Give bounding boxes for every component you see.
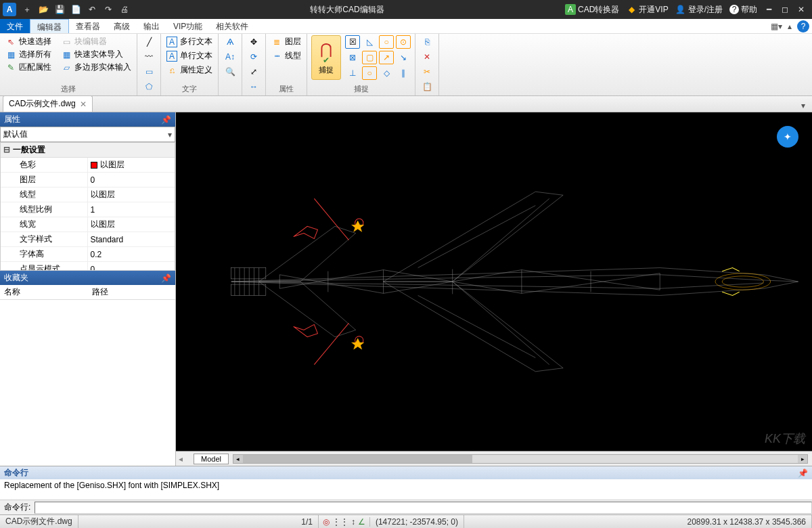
property-row[interactable]: 线型比例1 xyxy=(1,202,175,217)
property-value[interactable]: 以图层 xyxy=(88,158,175,172)
close-tab-icon[interactable]: ✕ xyxy=(80,100,87,109)
property-value[interactable]: 0 xyxy=(88,173,175,187)
edit-copy-icon[interactable]: ⎘ xyxy=(420,35,434,49)
command-input[interactable] xyxy=(35,502,812,514)
document-tab[interactable]: CAD示例文件.dwg ✕ xyxy=(3,95,93,112)
print-icon[interactable]: 🖨 xyxy=(117,2,132,17)
property-value[interactable]: Standard xyxy=(88,232,175,246)
move-icon[interactable]: ✥ xyxy=(246,35,261,49)
text-height-icon[interactable]: A↕ xyxy=(223,50,238,64)
redo-icon[interactable]: ↷ xyxy=(101,2,116,17)
scroll-right-icon[interactable]: ▸ xyxy=(798,455,807,463)
ortho-toggle-icon[interactable]: ↕ xyxy=(351,517,355,527)
snap-insertion-icon[interactable]: ↘ xyxy=(396,51,411,64)
save-icon[interactable]: 💾 xyxy=(52,2,67,17)
tab-vip[interactable]: VIP功能 xyxy=(166,19,209,33)
snap-midpoint-icon[interactable]: ◺ xyxy=(362,35,377,49)
snap-toggle-icon[interactable]: ◎ xyxy=(323,517,330,527)
property-row[interactable]: 图层0 xyxy=(1,173,175,188)
block-editor-button[interactable]: ▭块编辑器 xyxy=(60,35,133,48)
scroll-thumb[interactable] xyxy=(243,455,472,463)
collapse-ribbon-icon[interactable]: ▴ xyxy=(784,20,796,32)
workspace-switch-icon[interactable]: ▦▾ xyxy=(770,20,782,32)
tab-output[interactable]: 输出 xyxy=(137,19,166,33)
multiline-text-button[interactable]: A多行文本 xyxy=(165,35,214,48)
text-find-icon[interactable]: 🔍 xyxy=(223,65,238,79)
polyline-icon[interactable]: 〰 xyxy=(141,50,156,64)
tabs-dropdown-icon[interactable]: ▾ xyxy=(797,100,809,112)
compass-icon[interactable]: ✦ xyxy=(777,126,798,148)
snap-center-icon[interactable]: ○ xyxy=(379,35,394,49)
help-icon[interactable]: ? xyxy=(797,20,809,32)
scale-icon[interactable]: ⤢ xyxy=(246,65,261,79)
snap-nearest-icon[interactable]: ◇ xyxy=(379,66,394,80)
close-window-icon[interactable]: ✕ xyxy=(794,2,809,17)
login-button[interactable]: 👤登录/注册 xyxy=(675,4,723,16)
grid-toggle-icon[interactable]: ⋮⋮ xyxy=(332,517,348,527)
horizontal-scrollbar[interactable]: ◂ ▸ xyxy=(233,454,808,464)
property-value[interactable]: 以图层 xyxy=(88,217,175,232)
property-value[interactable]: 0.2 xyxy=(88,247,175,261)
scroll-left-icon[interactable]: ◂ xyxy=(233,455,243,463)
attr-def-button[interactable]: ⎌属性定义 xyxy=(165,64,214,76)
property-row[interactable]: 线型以图层 xyxy=(1,188,175,202)
property-value[interactable]: 以图层 xyxy=(88,188,175,202)
linetype-button[interactable]: ┉线型 xyxy=(270,49,302,62)
open-file-icon[interactable]: 📂 xyxy=(36,2,51,17)
undo-icon[interactable]: ↶ xyxy=(85,2,99,17)
tab-editor[interactable]: 编辑器 xyxy=(30,19,69,33)
snap-perpendicular-icon[interactable]: ⊥ xyxy=(345,66,360,80)
singleline-text-button[interactable]: A单行文本 xyxy=(165,49,214,62)
model-tab[interactable]: Model xyxy=(194,454,229,464)
stretch-icon[interactable]: ↔ xyxy=(246,80,261,93)
entity-import-button[interactable]: ▦快速实体导入 xyxy=(60,48,133,61)
edit-paste-icon[interactable]: 📋 xyxy=(420,80,434,93)
property-row[interactable]: 字体高0.2 xyxy=(1,247,175,262)
vip-button[interactable]: ◆开通VIP xyxy=(626,4,668,16)
tab-file[interactable]: 文件 xyxy=(0,19,30,33)
maximize-icon[interactable]: ◻ xyxy=(777,2,792,17)
tab-scroll-left-icon[interactable]: ◂ xyxy=(179,454,183,464)
quick-select-button[interactable]: ⇖快速选择 xyxy=(4,35,53,48)
edit-cut-icon[interactable]: ✂ xyxy=(420,65,434,79)
snap-tangent-icon[interactable]: ○ xyxy=(362,66,377,80)
snap-parallel-icon[interactable]: ∥ xyxy=(396,66,411,80)
snap-intersection-icon[interactable]: ▢ xyxy=(362,51,377,64)
select-all-button[interactable]: ▦选择所有 xyxy=(4,48,53,61)
pin-icon[interactable]: 📌 xyxy=(798,468,808,478)
pin-icon[interactable]: 📌 xyxy=(161,115,171,125)
polygon-input-button[interactable]: ▱多边形实体输入 xyxy=(60,61,133,74)
pdf-icon[interactable]: 📄 xyxy=(68,2,83,17)
property-row[interactable]: 线宽以图层 xyxy=(1,217,175,232)
match-props-button[interactable]: ✎匹配属性 xyxy=(4,61,53,74)
property-row[interactable]: 文字样式Standard xyxy=(1,232,175,247)
property-row[interactable]: 点显示模式0 xyxy=(1,262,175,271)
pin-icon[interactable]: 📌 xyxy=(161,273,171,283)
tab-advanced[interactable]: 高级 xyxy=(107,19,137,33)
text-style-icon[interactable]: Ѧ xyxy=(223,35,238,49)
minimize-icon[interactable]: ━ xyxy=(761,2,776,17)
snap-endpoint-icon[interactable]: ☒ xyxy=(345,35,360,49)
property-row[interactable]: 色彩以图层 xyxy=(1,158,175,173)
property-value[interactable]: 1 xyxy=(88,202,175,217)
snap-node-icon[interactable]: ⊙ xyxy=(396,35,411,49)
rotate-icon[interactable]: ⟳ xyxy=(246,50,261,64)
properties-section[interactable]: ⊟一般设置 xyxy=(1,143,175,158)
polar-toggle-icon[interactable]: ∠ xyxy=(358,517,365,527)
property-value[interactable]: 0 xyxy=(88,262,175,271)
edit-delete-icon[interactable]: ✕ xyxy=(420,50,434,64)
tab-related[interactable]: 相关软件 xyxy=(209,19,255,33)
converter-button[interactable]: ACAD转换器 xyxy=(565,4,619,16)
new-file-icon[interactable]: ＋ xyxy=(20,2,35,17)
capture-button[interactable]: ⋂ ✔ 捕捉 xyxy=(311,35,341,80)
snap-quadrant-icon[interactable]: ⊠ xyxy=(345,51,360,64)
polygon-icon[interactable]: ⬠ xyxy=(141,80,156,93)
help-button[interactable]: ?帮助 xyxy=(729,4,757,16)
properties-combo[interactable]: 默认值▾ xyxy=(0,127,175,142)
rectangle-icon[interactable]: ▭ xyxy=(141,65,156,79)
snap-extension-icon[interactable]: ↗ xyxy=(379,51,394,64)
layer-button[interactable]: ≣图层 xyxy=(270,35,302,48)
drawing-canvas[interactable]: ✦ KK下载 xyxy=(176,112,812,451)
line-icon[interactable]: ╱ xyxy=(141,35,156,49)
tab-viewer[interactable]: 查看器 xyxy=(69,19,107,33)
